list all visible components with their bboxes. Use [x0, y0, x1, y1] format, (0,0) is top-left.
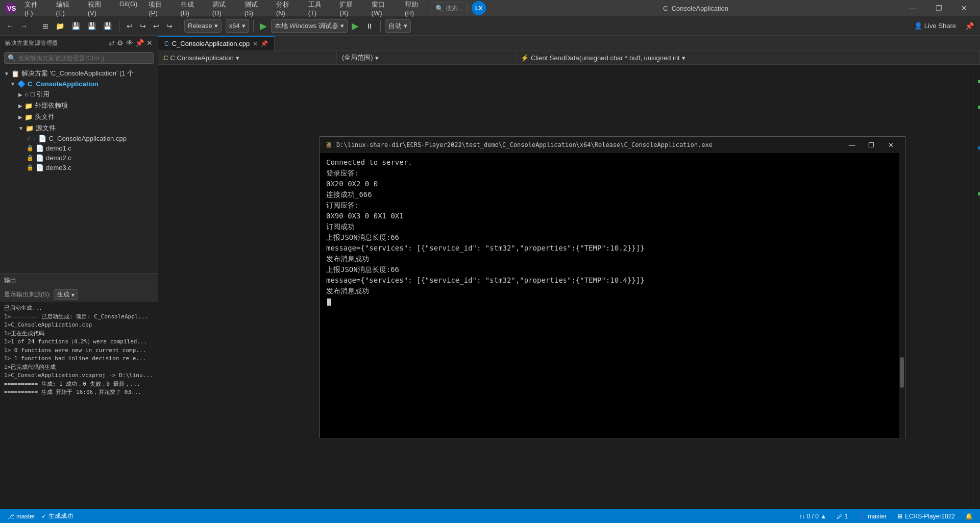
live-share-button[interactable]: 👤 Live Share: [910, 20, 960, 31]
tree-file-cpp[interactable]: ✓ + 📄 C_ConsoleApplication.cpp: [0, 134, 158, 143]
back-button[interactable]: ←: [3, 19, 16, 33]
configuration-dropdown[interactable]: Release ▾: [184, 19, 222, 33]
undo2-button[interactable]: ↩: [150, 19, 162, 33]
redo-button[interactable]: ↪: [137, 19, 149, 33]
project-icon: 🔷: [17, 80, 26, 88]
c-file-icon-demo2: 📄: [36, 154, 44, 162]
indicator-blue: [978, 146, 980, 150]
function-dropdown[interactable]: ⚡ Client SendData(unsigned char * buff, …: [516, 51, 980, 64]
tree-file-demo2[interactable]: 🔒 📄 demo2.c: [0, 153, 158, 163]
error-count-status[interactable]: ↑↓ 0 / 0 ▲: [797, 512, 828, 521]
sidebar-pin-icon[interactable]: 📌: [135, 39, 144, 47]
toolbar-separator-1: [35, 20, 35, 32]
tab-cpp-icon: C: [164, 40, 169, 47]
output-label: 输出: [4, 276, 16, 285]
console-line-10: 上报JSON消息长度:66: [326, 264, 893, 275]
open-button[interactable]: 📁: [53, 19, 67, 33]
new-project-button[interactable]: ⊞: [39, 19, 52, 33]
solution-search-box[interactable]: 🔍: [4, 52, 154, 64]
debug-target-dropdown[interactable]: 本地 Windows 调试器 ▾: [271, 19, 348, 33]
console-line-6: 订阅成功: [326, 221, 893, 232]
tree-references[interactable]: ▶ ○ □ 引用: [0, 89, 158, 100]
tree-source-files[interactable]: ▼ 📁 源文件: [0, 122, 158, 134]
forward-button[interactable]: →: [17, 19, 31, 33]
sidebar-output-header: 输出: [0, 273, 158, 287]
chevron-icon: ▼: [4, 71, 9, 77]
menu-view[interactable]: 视图(V): [83, 0, 113, 19]
menu-edit[interactable]: 编辑(E): [51, 0, 82, 19]
app-logo: VS: [4, 2, 16, 14]
sidebar-preview-icon[interactable]: 👁: [126, 39, 134, 47]
platform-dropdown[interactable]: x64 ▾: [226, 19, 249, 33]
menu-help[interactable]: 帮助(H): [400, 0, 431, 19]
tree-file-demo3[interactable]: 🔒 📄 demo3.c: [0, 163, 158, 172]
tab-cpp-close[interactable]: ✕: [253, 40, 258, 47]
run-button[interactable]: ▶: [258, 20, 269, 32]
status-right: ↑↓ 0 / 0 ▲ 🖊 1 👤 master 🖥 ECRS-Player202…: [797, 512, 975, 521]
header-files-icon: 📁: [24, 113, 33, 121]
run-button-2[interactable]: ▶: [350, 20, 361, 32]
user-status[interactable]: 👤 master: [856, 512, 889, 521]
scope-dropdown[interactable]: C C ConsoleApplication ▾: [158, 51, 337, 64]
console-maximize-button[interactable]: ❐: [862, 138, 880, 152]
menu-test[interactable]: 测试(S): [239, 0, 270, 19]
tab-cpp[interactable]: C C_ConsoleApplication.cpp ✕ 📌: [158, 36, 275, 51]
user-status-label: master: [868, 513, 887, 520]
redo2-button[interactable]: ↪: [163, 19, 176, 33]
menu-debug[interactable]: 调试(D): [207, 0, 238, 19]
tree-file-demo1[interactable]: 🔒 📄 demo1.c: [0, 143, 158, 153]
search-bar[interactable]: 🔍 搜索...: [431, 3, 468, 14]
console-line-1: 登录应答:: [326, 168, 893, 179]
maximize-button[interactable]: ❐: [927, 0, 950, 16]
sidebar-close-icon[interactable]: ✕: [146, 39, 153, 47]
menu-analyze[interactable]: 分析(N): [271, 0, 302, 19]
sidebar-sync-icon[interactable]: ⇄: [109, 39, 115, 47]
close-button[interactable]: ✕: [952, 0, 976, 16]
tree-solution[interactable]: ▼ 📋 解决方案 'C_ConsoleApplication' (1 个: [0, 68, 158, 79]
project-icon: 🖥: [897, 513, 903, 520]
project-status[interactable]: 🖥 ECRS-Player2022: [895, 512, 957, 521]
menu-tools[interactable]: 工具(T): [303, 0, 334, 19]
console-line-12: 发布消息成功: [326, 286, 893, 296]
solution-icon: 📋: [11, 70, 19, 78]
auto-dropdown[interactable]: 自动 ▾: [385, 19, 411, 33]
tree-project-label: C_ConsoleApplication: [28, 80, 99, 88]
output-source-dropdown[interactable]: 生成 ▾: [54, 289, 78, 300]
output-line-0: 已启动生成...: [4, 304, 154, 313]
minimize-button[interactable]: —: [901, 0, 925, 16]
console-window: 🖥 D:\linux-share-dir\ECRS-Player2022\tes…: [320, 136, 905, 438]
notification-status[interactable]: 🔔: [963, 512, 975, 521]
pause-button[interactable]: ⏸: [363, 19, 376, 33]
chevron-down-icon-scope: ▾: [236, 54, 239, 62]
git-branch-status[interactable]: ⎇ master: [5, 512, 37, 521]
console-scrollbar[interactable]: [899, 153, 905, 438]
save-alt-button[interactable]: 💾: [100, 19, 115, 33]
console-content: Connected to server. 登录应答: 0X20 0X2 0 0 …: [320, 153, 899, 438]
menu-build[interactable]: 生成(B): [176, 0, 206, 19]
menu-git[interactable]: Git(G): [114, 0, 142, 19]
console-title-icon: 🖥: [325, 141, 332, 149]
save-all-button[interactable]: 💾: [84, 19, 99, 33]
tree-external-deps[interactable]: ▶ 📁 外部依赖项: [0, 100, 158, 111]
tree-project[interactable]: ▼ 🔷 C_ConsoleApplication: [0, 79, 158, 89]
sidebar-properties-icon[interactable]: ⚙: [117, 39, 124, 47]
console-line-7: 上报JSON消息长度:66: [326, 232, 893, 243]
search-label: 搜索...: [446, 4, 463, 13]
pin-button[interactable]: 📌: [962, 19, 977, 33]
console-minimize-button[interactable]: —: [843, 138, 861, 152]
solution-search-input[interactable]: [18, 55, 150, 62]
chevron-down-icon: ▾: [214, 22, 218, 30]
console-scrollbar-thumb[interactable]: [900, 357, 904, 388]
menu-file[interactable]: 文件(F): [19, 0, 50, 19]
menu-window[interactable]: 窗口(W): [366, 0, 399, 19]
undo-button[interactable]: ↩: [124, 19, 136, 33]
menu-extensions[interactable]: 扩展(X): [334, 0, 365, 19]
console-title-path: D:\linux-share-dir\ECRS-Player2022\test_…: [336, 141, 839, 148]
console-close-button[interactable]: ✕: [881, 138, 900, 152]
save-button[interactable]: 💾: [68, 19, 83, 33]
tree-header-files[interactable]: ▶ 📁 头文件: [0, 111, 158, 122]
context-dropdown[interactable]: (全局范围) ▾: [337, 51, 516, 64]
line-status[interactable]: 🖊 1: [835, 512, 850, 521]
toolbar: ← → ⊞ 📁 💾 💾 💾 ↩ ↪ ↩ ↪ Release ▾ x64 ▾ ▶ …: [0, 16, 980, 36]
menu-project[interactable]: 项目(P): [143, 0, 174, 19]
